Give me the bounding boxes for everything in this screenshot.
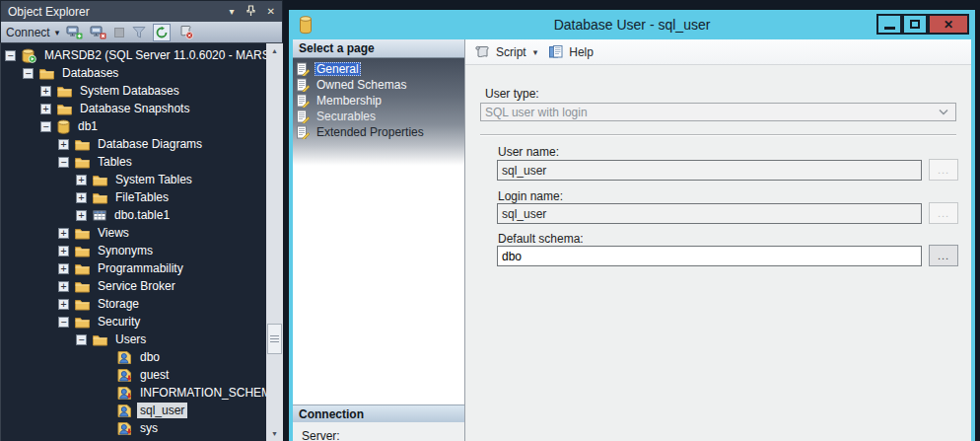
tree-item-label: System Tables xyxy=(112,172,195,187)
collapse-box-icon[interactable]: − xyxy=(23,68,34,79)
tree-item-database-diagrams[interactable]: +Database Diagrams xyxy=(1,135,266,153)
tree-item-synonyms[interactable]: +Synonyms xyxy=(1,242,266,259)
minimize-icon xyxy=(884,27,895,30)
window-position-icon[interactable]: ▾ xyxy=(230,7,235,17)
tree-item-filetables[interactable]: +FileTables xyxy=(1,188,266,206)
tree-item-views[interactable]: +Views xyxy=(1,224,266,242)
expand-box-icon[interactable]: + xyxy=(76,175,87,185)
tree-item-system-tables[interactable]: +System Tables xyxy=(1,171,266,188)
user-disabled-icon xyxy=(117,421,132,435)
tree-item-database-snapshots[interactable]: +Database Snapshots xyxy=(1,100,266,117)
scroll-up-icon[interactable]: ▲ xyxy=(266,43,283,58)
default-schema-field[interactable]: dbo xyxy=(497,246,922,266)
page-item-label: Membership xyxy=(315,94,384,108)
tree-item-label: guest xyxy=(137,367,172,383)
close-button[interactable]: ✕ xyxy=(928,14,969,35)
tree-item-security[interactable]: −Security xyxy=(1,313,266,331)
script-dropdown-icon[interactable]: ▾ xyxy=(533,47,538,57)
object-explorer-title: Object Explorer xyxy=(8,5,90,19)
expand-box-icon[interactable]: + xyxy=(58,246,69,257)
connect-server-icon[interactable] xyxy=(66,25,83,39)
page-item-general[interactable]: General xyxy=(296,61,464,77)
tree-item-label: dbo xyxy=(137,349,163,365)
expand-box-icon[interactable]: + xyxy=(40,104,51,114)
tree-item-sql-user[interactable]: sql_user xyxy=(1,402,266,419)
dialog-title: Database User - sql_user xyxy=(289,17,975,33)
tree-item-label: Tables xyxy=(95,154,135,170)
page-icon xyxy=(296,110,311,123)
folder-icon xyxy=(57,102,72,115)
stop-icon[interactable] xyxy=(113,27,125,38)
scroll-down-icon[interactable]: ▼ xyxy=(266,426,283,441)
login-name-browse-button[interactable]: ... xyxy=(929,202,958,224)
maximize-button[interactable] xyxy=(902,14,928,35)
scrollbar-thumb[interactable] xyxy=(267,324,282,354)
tree-item-information-schem[interactable]: INFORMATION_SCHEM xyxy=(1,384,266,402)
tree-item-system-databases[interactable]: +System Databases xyxy=(1,82,266,100)
script-button[interactable]: Script xyxy=(496,45,526,59)
collapse-box-icon[interactable]: − xyxy=(58,157,69,168)
folder-icon xyxy=(93,190,107,204)
expand-box-icon[interactable]: + xyxy=(40,86,51,97)
database-icon xyxy=(57,119,70,134)
user-name-field[interactable]: sql_user xyxy=(497,160,922,181)
filter-icon[interactable] xyxy=(132,26,146,38)
tree-item-programmability[interactable]: +Programmability xyxy=(1,259,266,277)
tree-item-guest[interactable]: guest xyxy=(1,366,266,384)
tree-item-tables[interactable]: −Tables xyxy=(1,153,266,171)
dialog-main-pane: Script ▾ Help User type: SQL user with l… xyxy=(465,39,971,441)
object-explorer-toolbar: Connect ▾ xyxy=(0,22,283,43)
tree-scrollbar[interactable]: ▲ ▼ xyxy=(266,43,283,441)
folder-icon xyxy=(75,279,90,293)
default-schema-label: Default schema: xyxy=(498,232,584,246)
disconnect-server-icon[interactable] xyxy=(90,25,106,39)
database-user-dialog: Database User - sql_user ✕ Select a page… xyxy=(288,9,976,441)
script-error-icon[interactable] xyxy=(177,25,194,39)
tree-item-sys[interactable]: sys xyxy=(1,419,266,437)
page-item-owned-schemas[interactable]: Owned Schemas xyxy=(296,77,464,93)
refresh-icon[interactable] xyxy=(153,24,171,41)
script-scroll-icon xyxy=(473,44,491,59)
help-button[interactable]: Help xyxy=(569,45,594,59)
folder-icon xyxy=(75,226,90,240)
connect-button[interactable]: Connect ▾ xyxy=(6,26,59,39)
expand-box-icon[interactable]: + xyxy=(58,299,69,310)
expand-box-icon[interactable]: + xyxy=(58,139,69,150)
user-name-browse-button[interactable]: ... xyxy=(929,159,958,181)
expand-box-icon[interactable]: + xyxy=(58,263,69,274)
collapse-box-icon[interactable]: − xyxy=(5,50,16,61)
expand-box-icon[interactable]: + xyxy=(76,192,87,203)
tree-item-dbo-table1[interactable]: +dbo.table1 xyxy=(1,206,266,224)
tree-item-label: Database Diagrams xyxy=(95,136,205,152)
tree-item-label: Views xyxy=(95,225,132,241)
page-item-membership[interactable]: Membership xyxy=(296,93,464,109)
tree-item-storage[interactable]: +Storage xyxy=(1,295,266,313)
expand-box-icon[interactable]: + xyxy=(76,210,87,221)
tree-item-service-broker[interactable]: +Service Broker xyxy=(1,277,266,295)
tree-item-db1[interactable]: −db1 xyxy=(1,117,266,135)
auto-hide-pin-icon[interactable] xyxy=(245,5,256,19)
tree-item-label: Service Broker xyxy=(95,278,178,294)
page-item-extended-properties[interactable]: Extended Properties xyxy=(296,124,464,140)
expand-box-icon[interactable]: + xyxy=(58,281,69,292)
tree-item-marsdb2-sql-server-11-0-6020-marsd[interactable]: −MARSDB2 (SQL Server 11.0.6020 - MARSD xyxy=(1,46,266,64)
minimize-button[interactable] xyxy=(876,14,902,35)
page-icon xyxy=(296,78,311,92)
dialog-body: Select a page GeneralOwned SchemasMember… xyxy=(293,39,971,441)
close-panel-icon[interactable]: ✕ xyxy=(267,7,275,17)
collapse-box-icon[interactable]: − xyxy=(58,317,69,328)
tree-item-label: Programmability xyxy=(95,260,186,276)
tree-item-label: Users xyxy=(112,331,149,347)
page-icon xyxy=(296,125,311,139)
tree-item-label: sql_user xyxy=(137,403,187,418)
user-type-combobox[interactable]: SQL user with login xyxy=(480,103,956,121)
page-item-securables[interactable]: Securables xyxy=(296,109,464,124)
login-name-field[interactable]: sql_user xyxy=(497,203,922,224)
tree-item-dbo[interactable]: dbo xyxy=(1,348,266,366)
default-schema-browse-button[interactable]: ... xyxy=(929,245,958,266)
tree-item-users[interactable]: −Users xyxy=(1,331,266,348)
collapse-box-icon[interactable]: − xyxy=(40,121,51,132)
collapse-box-icon[interactable]: − xyxy=(76,334,87,345)
tree-item-databases[interactable]: −Databases xyxy=(1,64,266,82)
expand-box-icon[interactable]: + xyxy=(58,228,69,239)
